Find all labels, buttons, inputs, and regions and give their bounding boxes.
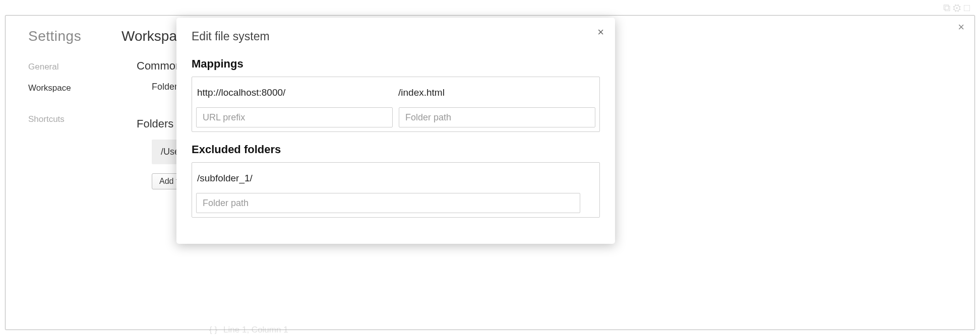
mapping-row[interactable]: http://localhost:8000/ /index.html [196, 81, 595, 107]
nav-general[interactable]: General [28, 62, 96, 72]
mapping-folder-path-input[interactable] [399, 107, 595, 127]
excluded-folders-heading: Excluded folders [192, 143, 600, 156]
mappings-box: http://localhost:8000/ /index.html [192, 77, 600, 132]
settings-close-icon[interactable]: × [958, 22, 964, 33]
code-footer: { } Line 1, Column 1 [209, 325, 288, 335]
excluded-folder-path-input[interactable] [196, 193, 580, 213]
mapping-url: http://localhost:8000/ [197, 87, 393, 98]
braces-icon: { } [209, 325, 217, 335]
mapping-folder: /index.html [398, 87, 594, 98]
dialog-close-icon[interactable]: × [597, 27, 604, 38]
url-prefix-input[interactable] [196, 107, 393, 127]
nav-workspace[interactable]: Workspace [28, 83, 96, 93]
nav-shortcuts[interactable]: Shortcuts [28, 114, 96, 124]
excluded-folders-box: /subfolder_1/ [192, 162, 600, 218]
mappings-heading: Mappings [192, 57, 600, 71]
edit-file-system-dialog: × Edit file system Mappings http://local… [176, 18, 615, 244]
dialog-title: Edit file system [192, 30, 600, 43]
devtools-right-icons: ⧉ ⚙ □ [943, 2, 970, 14]
settings-title: Settings [28, 28, 96, 44]
settings-sidebar: Settings General Workspace Shortcuts [6, 16, 96, 329]
excluded-folder-item[interactable]: /subfolder_1/ [196, 167, 595, 193]
line-col-status: Line 1, Column 1 [223, 325, 288, 335]
